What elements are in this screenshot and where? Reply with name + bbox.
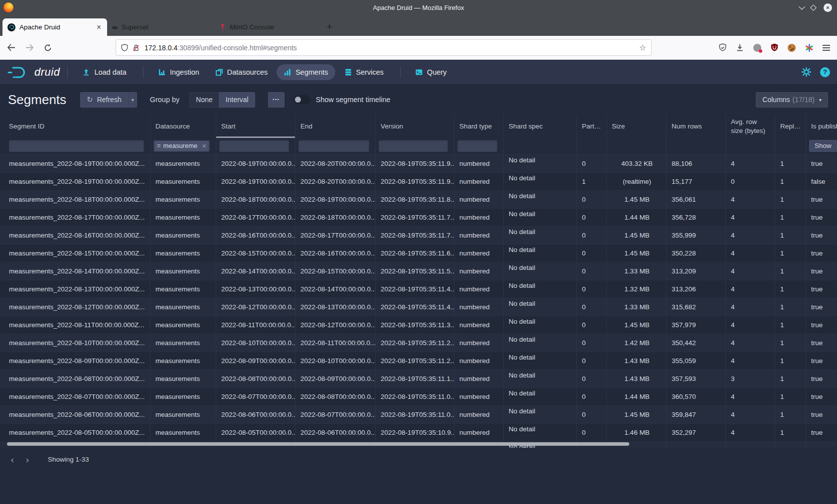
cell-shard-spec[interactable]: No detail bbox=[504, 388, 577, 405]
column-header-partition[interactable]: Partition bbox=[577, 115, 607, 138]
cell-shard-type[interactable]: numbered bbox=[454, 245, 504, 262]
cell-start[interactable]: 2022-08-17T00:00:00.0... bbox=[216, 209, 295, 226]
filter-input-segment-id[interactable] bbox=[9, 140, 144, 152]
cell-replication[interactable]: 1 bbox=[775, 334, 806, 352]
cell-partition[interactable]: 0 bbox=[577, 298, 607, 316]
reload-button[interactable] bbox=[44, 44, 52, 52]
cell-version[interactable]: 2022-08-19T05:35:11.6... bbox=[376, 245, 454, 262]
cookie-icon[interactable] bbox=[788, 44, 796, 52]
cell-size[interactable]: 1.43 MB bbox=[607, 370, 667, 387]
cell-segment-id[interactable]: measurements_2022-08-12T00:00:00.000Z... bbox=[0, 298, 150, 316]
cell-datasource[interactable]: measurements bbox=[150, 262, 216, 280]
cell-size[interactable]: 1.32 MB bbox=[607, 280, 667, 298]
cell-shard-type[interactable]: numbered bbox=[454, 352, 504, 370]
cell-shard-type[interactable]: numbered bbox=[454, 406, 504, 423]
cell-is-published[interactable]: true bbox=[806, 370, 837, 387]
tab-close-icon[interactable]: × bbox=[311, 23, 317, 32]
column-header-replication[interactable]: Replication bbox=[775, 115, 806, 138]
cell-version[interactable]: 2022-08-19T05:35:11.7... bbox=[376, 209, 454, 226]
help-icon[interactable]: ? bbox=[820, 67, 830, 77]
cell-is-published[interactable]: true bbox=[806, 191, 837, 208]
cell-partition[interactable]: 0 bbox=[577, 388, 607, 405]
cell-start[interactable]: 2022-08-10T00:00:00.0... bbox=[216, 334, 295, 352]
cell-num-rows[interactable]: 315,682 bbox=[667, 298, 726, 316]
cell-replication[interactable]: 1 bbox=[775, 280, 806, 298]
cell-version[interactable]: 2022-08-19T05:35:11.7... bbox=[376, 227, 454, 244]
cell-replication[interactable]: 1 bbox=[775, 191, 806, 208]
nav-item-ingestion[interactable]: Ingestion bbox=[151, 64, 206, 80]
cell-avg-row-size-bytes[interactable]: 4 bbox=[726, 352, 775, 370]
nav-item-load-data[interactable]: Load data bbox=[75, 64, 134, 80]
cell-num-rows[interactable]: 350,442 bbox=[667, 334, 726, 352]
nav-item-query[interactable]: Query bbox=[408, 64, 454, 80]
cell-datasource[interactable]: measurements bbox=[150, 352, 216, 370]
cell-avg-row-size-bytes[interactable]: 4 bbox=[726, 280, 775, 298]
cell-size[interactable]: 1.46 MB bbox=[607, 424, 667, 441]
cell-shard-spec[interactable]: No detail bbox=[504, 227, 577, 244]
tab-superset[interactable]: ∞ Superset × bbox=[107, 18, 215, 36]
cell-partition[interactable]: 0 bbox=[577, 370, 607, 387]
cell-partition[interactable]: 0 bbox=[577, 209, 607, 226]
back-button[interactable] bbox=[7, 44, 15, 51]
cell-version[interactable]: 2022-08-19T05:35:11.2... bbox=[376, 352, 454, 370]
cell-is-published[interactable]: true bbox=[806, 209, 837, 226]
cell-partition[interactable]: 0 bbox=[577, 227, 607, 244]
cell-shard-spec[interactable]: No detail bbox=[504, 173, 577, 190]
window-minimize-button[interactable] bbox=[799, 3, 805, 10]
cell-end[interactable]: 2022-08-09T00:00:00.0... bbox=[295, 370, 376, 387]
cell-is-published[interactable]: true bbox=[806, 298, 837, 316]
cell-partition[interactable]: 0 bbox=[577, 352, 607, 370]
cell-num-rows[interactable]: 88,106 bbox=[667, 155, 726, 172]
cell-shard-spec[interactable]: No detail bbox=[504, 155, 577, 172]
cell-partition[interactable]: 0 bbox=[577, 280, 607, 298]
cell-avg-row-size-bytes[interactable]: 4 bbox=[726, 245, 775, 262]
cell-datasource[interactable]: measurements bbox=[150, 245, 216, 262]
cell-num-rows[interactable]: 15,177 bbox=[667, 173, 726, 190]
cell-end[interactable]: 2022-08-07T00:00:00.0... bbox=[295, 406, 376, 423]
cell-shard-type[interactable]: numbered bbox=[454, 173, 504, 190]
cell-avg-row-size-bytes[interactable]: 4 bbox=[726, 155, 775, 172]
cell-num-rows[interactable]: 313,206 bbox=[667, 280, 726, 298]
cell-version[interactable]: 2022-08-19T05:35:11.5... bbox=[376, 262, 454, 280]
cell-start[interactable]: 2022-08-18T00:00:00.0... bbox=[216, 191, 295, 208]
cell-avg-row-size-bytes[interactable]: 4 bbox=[726, 227, 775, 244]
cell-replication[interactable] bbox=[775, 442, 806, 448]
cell-avg-row-size-bytes[interactable]: 4 bbox=[726, 191, 775, 208]
cell-partition[interactable]: 0 bbox=[577, 155, 607, 172]
cell-shard-spec[interactable]: No detail bbox=[504, 316, 577, 334]
segment-timeline-toggle[interactable] bbox=[293, 95, 310, 104]
cell-size[interactable]: (realtime) bbox=[607, 173, 667, 190]
cell-end[interactable]: 2022-08-20T00:00:00.0... bbox=[295, 155, 376, 172]
cell-is-published[interactable]: true bbox=[806, 155, 837, 172]
cell-partition[interactable]: 0 bbox=[577, 424, 607, 441]
cell-is-published[interactable]: true bbox=[806, 245, 837, 262]
cell-start[interactable]: 2022-08-12T00:00:00.0... bbox=[216, 298, 295, 316]
cell-replication[interactable]: 1 bbox=[775, 262, 806, 280]
cell-size[interactable]: 1.45 MB bbox=[607, 406, 667, 423]
column-header-avg-row-size-bytes[interactable]: Avg. row size (bytes) bbox=[726, 115, 775, 138]
cell-avg-row-size-bytes[interactable]: 4 bbox=[726, 406, 775, 423]
cell-end[interactable]: 2022-08-16T00:00:00.0... bbox=[295, 245, 376, 262]
cell-num-rows[interactable]: 313,209 bbox=[667, 262, 726, 280]
cell-partition[interactable]: 0 bbox=[577, 262, 607, 280]
cell-avg-row-size-bytes[interactable]: 4 bbox=[726, 209, 775, 226]
prev-page-button[interactable]: ‹ bbox=[5, 452, 20, 467]
is-published-filter-button[interactable]: Show bbox=[809, 140, 837, 152]
cell-version[interactable]: 2022-08-19T05:35:11.9... bbox=[376, 155, 454, 172]
protections-shield-icon[interactable] bbox=[719, 43, 726, 52]
extension-icon[interactable] bbox=[753, 44, 761, 52]
cell-segment-id[interactable]: measurements_2022-08-19T00:00:00.000Z... bbox=[0, 155, 150, 172]
cell-segment-id[interactable]: measurements_2022-08-19T00:00:00.000Z... bbox=[0, 173, 150, 190]
cell-size[interactable]: 1.42 MB bbox=[607, 334, 667, 352]
cell-segment-id[interactable]: measurements_2022-08-13T00:00:00.000Z... bbox=[0, 280, 150, 298]
cell-shard-type[interactable]: numbered bbox=[454, 262, 504, 280]
cell-size[interactable]: 1.45 MB bbox=[607, 191, 667, 208]
next-page-button[interactable]: › bbox=[20, 452, 35, 467]
cell-num-rows[interactable]: 359,847 bbox=[667, 406, 726, 423]
cell-segment-id[interactable]: measurements_2022-08-18T00:00:00.000Z... bbox=[0, 191, 150, 208]
cell-datasource[interactable]: measurements bbox=[150, 280, 216, 298]
cell-is-published[interactable]: true bbox=[806, 352, 837, 370]
more-options-button[interactable]: ••• bbox=[268, 92, 284, 108]
downloads-icon[interactable] bbox=[736, 44, 744, 52]
cell-end[interactable]: 2022-08-08T00:00:00.0... bbox=[295, 388, 376, 405]
